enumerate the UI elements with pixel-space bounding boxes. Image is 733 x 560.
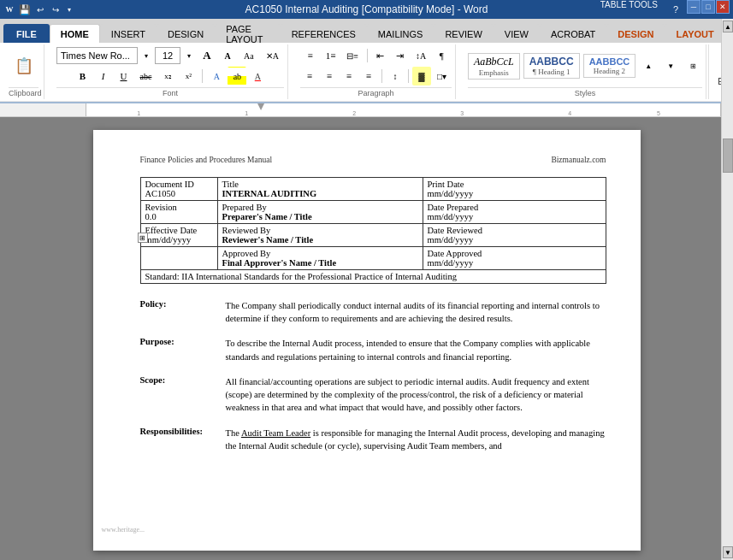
scope-label: Scope: [140, 375, 226, 415]
ribbon-tab-bar: FILE HOME INSERT DESIGN PAGE LAYOUT REFE… [0, 19, 733, 43]
scope-text: All financial/accounting operations are … [226, 375, 606, 415]
heading2-preview: AABBCC [589, 56, 630, 67]
title-bar-left: W 💾 ↩ ↪ ▾ [3, 3, 74, 15]
tab-insert[interactable]: INSERT [100, 24, 157, 43]
scrollbar-thumb[interactable] [723, 139, 733, 173]
text-effects-button[interactable]: A [207, 67, 226, 85]
shrink-font-button[interactable]: A [218, 46, 237, 65]
line-spacing-button[interactable]: ↕ [386, 67, 405, 85]
sep-f1 [202, 69, 203, 83]
scroll-down-button[interactable]: ▼ [723, 546, 733, 558]
title-bar: W 💾 ↩ ↪ ▾ AC1050 Internal Auditing [Comp… [0, 0, 733, 19]
watermark: www.heritage... [102, 526, 145, 533]
page-header: Finance Policies and Procedures Manual B… [140, 156, 606, 164]
ribbon: 📋 Clipboard ▾ ▾ A A Aa ✕A [0, 43, 733, 103]
clear-format-button[interactable]: ✕A [261, 46, 284, 65]
font-group: ▾ ▾ A A Aa ✕A B I U abc x₂ x² A [53, 44, 288, 99]
minimize-button[interactable]: ─ [687, 0, 700, 14]
style-heading1[interactable]: AABBCC ¶ Heading 1 [523, 53, 580, 79]
table-row: Approved By Final Approver's Name / Titl… [140, 247, 606, 270]
align-left-button[interactable]: ≡ [300, 67, 319, 85]
tab-review[interactable]: REVIEW [434, 24, 493, 43]
decrease-indent-button[interactable]: ⇤ [371, 46, 390, 65]
purpose-text: To describe the Internal Audit process, … [226, 337, 606, 363]
right-scrollbar[interactable]: ▲ ▼ [721, 19, 733, 560]
align-center-button[interactable]: ≡ [320, 67, 339, 85]
header-right: Bizmanualz.com [551, 156, 606, 164]
word-icon: W [3, 3, 15, 15]
shading-button[interactable]: ▓ [412, 67, 431, 85]
customize-qat[interactable]: ▾ [65, 3, 74, 15]
heading1-label: ¶ Heading 1 [533, 68, 570, 76]
purpose-section: Purpose: To describe the Internal Audit … [140, 337, 606, 363]
style-heading2[interactable]: AABBCC Heading 2 [583, 54, 636, 78]
table-move-handle[interactable]: ⊞ [138, 233, 148, 243]
scroll-up-button[interactable]: ▲ [723, 21, 733, 32]
subscript-button[interactable]: x₂ [158, 67, 177, 85]
borders-button[interactable]: □▾ [432, 67, 452, 85]
heading2-label: Heading 2 [594, 67, 625, 75]
tab-layout[interactable]: LAYOUT [665, 24, 724, 43]
tab-home[interactable]: HOME [50, 24, 100, 43]
policy-text: The Company shall periodically conduct i… [226, 299, 606, 325]
align-right-button[interactable]: ≡ [340, 67, 358, 85]
date-prepared-cell: Date Prepared mm/dd/yyyy [423, 201, 606, 224]
grow-font-button[interactable]: A [198, 46, 216, 65]
table-row: Effective Date mm/dd/yyyy Reviewed By Re… [140, 224, 606, 247]
responsibilities-label: Responsibilities: [140, 427, 226, 452]
bold-button[interactable]: B [74, 67, 92, 85]
styles-scroll-down[interactable]: ▼ [661, 56, 680, 75]
sort-button[interactable]: ↕A [411, 46, 431, 65]
tab-view[interactable]: VIEW [494, 24, 540, 43]
styles-more[interactable]: ⊞ [683, 56, 702, 75]
increase-indent-button[interactable]: ⇥ [391, 46, 410, 65]
font-size-dropdown[interactable]: ▾ [182, 46, 196, 65]
clipboard-group: 📋 Clipboard [3, 44, 44, 99]
change-case-button[interactable]: Aa [239, 46, 259, 65]
prepared-by-cell: Prepared By Preparer's Name / Title [217, 201, 423, 224]
maximize-button[interactable]: □ [701, 0, 715, 14]
strikethrough-button[interactable]: abc [135, 67, 157, 85]
window-controls: TABLE TOOLS ? ─ □ ✕ [600, 0, 730, 19]
multilevel-list-button[interactable]: ⊟≡ [341, 46, 364, 65]
paragraph-group: ≡ 1≡ ⊟≡ ⇤ ⇥ ↕A ¶ ≡ ≡ ≡ ≡ ↕ ▓ [297, 44, 456, 99]
text-highlight-button[interactable]: ab [228, 67, 246, 85]
undo-button[interactable]: ↩ [34, 3, 46, 15]
save-button[interactable]: 💾 [19, 3, 31, 15]
redo-button[interactable]: ↪ [50, 3, 62, 15]
empty-cell [140, 247, 217, 270]
font-name-dropdown[interactable]: ▾ [139, 46, 153, 65]
policy-label: Policy: [140, 299, 226, 325]
show-formatting-button[interactable]: ¶ [432, 46, 451, 65]
close-button[interactable]: ✕ [716, 0, 730, 14]
purpose-label: Purpose: [140, 337, 226, 363]
font-size-input[interactable] [155, 47, 180, 64]
ruler-inner: 1 1 2 3 4 5 [86, 103, 721, 116]
tab-table-design[interactable]: DESIGN [606, 24, 665, 43]
numbering-button[interactable]: 1≡ [321, 46, 341, 65]
help-button[interactable]: ? [666, 0, 685, 19]
style-emphasis[interactable]: AaBbCcL Emphasis [468, 53, 520, 80]
superscript-button[interactable]: x² [179, 67, 198, 85]
clipboard-label: Clipboard [9, 87, 38, 97]
tab-mailings[interactable]: MAILINGS [367, 24, 434, 43]
font-name-input[interactable] [56, 47, 138, 64]
responsibilities-section: Responsibilities: The Audit Team Leader … [140, 427, 606, 452]
tab-references[interactable]: REFERENCES [281, 24, 367, 43]
tab-acrobat[interactable]: ACROBAT [540, 24, 606, 43]
styles-group: AaBbCcL Emphasis AABBCC ¶ Heading 1 AABB… [464, 44, 706, 99]
tab-file[interactable]: FILE [3, 24, 50, 43]
justify-button[interactable]: ≡ [359, 67, 378, 85]
standard-cell: Standard: IIA International Standards fo… [140, 270, 606, 284]
tab-design[interactable]: DESIGN [157, 24, 215, 43]
italic-button[interactable]: I [94, 67, 113, 85]
font-color-button[interactable]: A [248, 67, 267, 85]
tab-page-layout[interactable]: PAGE LAYOUT [215, 24, 280, 43]
paste-button[interactable]: 📋 [8, 51, 40, 80]
date-reviewed-cell: Date Reviewed mm/dd/yyyy [423, 224, 606, 247]
document-info-table: Document ID AC1050 Title INTERNAL AUDITI… [140, 177, 606, 284]
bullets-button[interactable]: ≡ [301, 46, 320, 65]
underline-button[interactable]: U [115, 67, 133, 85]
styles-scroll-up[interactable]: ▲ [639, 56, 658, 75]
standard-row: Standard: IIA International Standards fo… [140, 270, 606, 284]
